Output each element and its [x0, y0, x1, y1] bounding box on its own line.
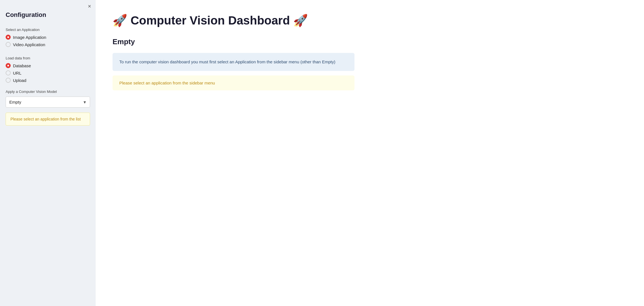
load-data-radio-group: Database URL Upload	[6, 63, 90, 83]
sidebar-warning-box: Please select an application from the li…	[6, 113, 90, 126]
title-text: Computer Vision Dashboard	[131, 14, 290, 27]
radio-image-label: Image Application	[13, 35, 46, 40]
radio-upload[interactable]	[6, 78, 11, 83]
radio-database[interactable]	[6, 63, 11, 68]
load-data-label: Load data from	[6, 56, 90, 60]
sidebar-title: Configuration	[6, 11, 90, 19]
radio-image[interactable]	[6, 35, 11, 40]
radio-item-image[interactable]: Image Application	[6, 35, 90, 40]
radio-item-database[interactable]: Database	[6, 63, 90, 68]
info-box-text: To run the computer vision dashboard you…	[119, 59, 335, 64]
radio-item-upload[interactable]: Upload	[6, 78, 90, 83]
sidebar-warning-text: Please select an application from the li…	[10, 117, 81, 121]
load-data-section: Load data from Database URL Upload	[6, 55, 90, 88]
radio-database-label: Database	[13, 63, 31, 68]
sidebar: × Configuration Select an Application Im…	[0, 0, 96, 306]
select-app-label: Select an Application	[6, 28, 90, 32]
radio-upload-label: Upload	[13, 78, 26, 83]
title-suffix-icon: 🚀	[293, 14, 308, 27]
main-warning-box: Please select an application from the si…	[113, 75, 354, 90]
section-heading: Empty	[113, 37, 627, 46]
radio-url[interactable]	[6, 70, 11, 75]
radio-video-label: Video Application	[13, 42, 45, 47]
close-button[interactable]: ×	[88, 3, 91, 9]
info-box: To run the computer vision dashboard you…	[113, 53, 354, 71]
radio-item-url[interactable]: URL	[6, 70, 90, 75]
radio-url-label: URL	[13, 71, 21, 75]
model-dropdown-wrapper: Empty ▼	[6, 97, 90, 108]
radio-video[interactable]	[6, 42, 11, 47]
title-prefix-icon: 🚀	[113, 14, 127, 27]
main-title: 🚀 Computer Vision Dashboard 🚀	[113, 14, 627, 27]
radio-item-video[interactable]: Video Application	[6, 42, 90, 47]
main-warning-text: Please select an application from the si…	[119, 81, 215, 85]
main-content: 🚀 Computer Vision Dashboard 🚀 Empty To r…	[96, 0, 644, 306]
app-radio-group: Image Application Video Application	[6, 35, 90, 47]
model-label: Apply a Computer Vision Model	[6, 90, 90, 94]
model-select[interactable]: Empty	[6, 97, 90, 108]
